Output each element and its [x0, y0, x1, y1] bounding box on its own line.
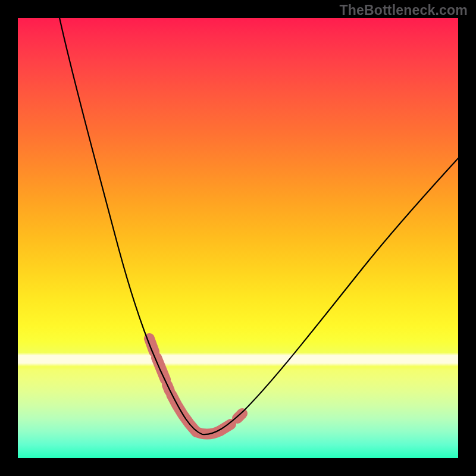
watermark-text: TheBottleneck.com: [339, 2, 468, 18]
highlight-seg: [156, 358, 165, 380]
chart-frame: TheBottleneck.com: [0, 0, 476, 476]
bottleneck-curve: [60, 18, 458, 434]
curve-svg: [18, 18, 458, 458]
highlight-seg: [220, 424, 231, 431]
highlight-group: [149, 339, 242, 434]
plot-area: [18, 18, 458, 458]
